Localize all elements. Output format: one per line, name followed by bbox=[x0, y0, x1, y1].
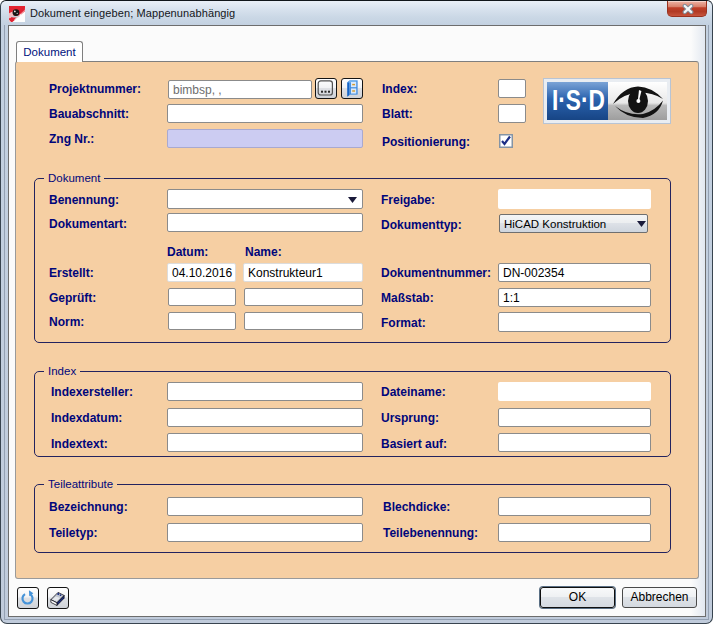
svg-text:I·S·D: I·S·D bbox=[552, 83, 605, 116]
